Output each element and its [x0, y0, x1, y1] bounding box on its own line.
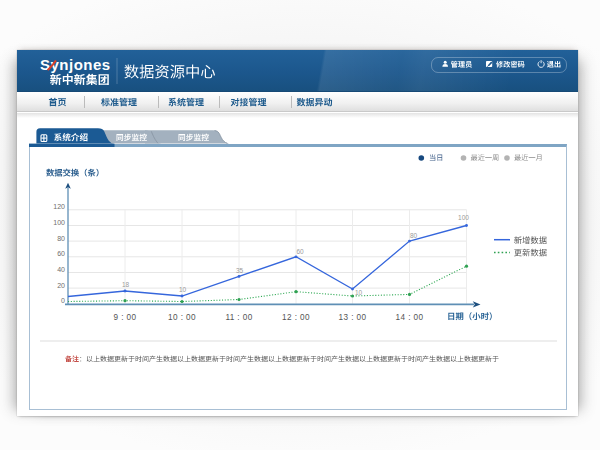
svg-text:11 : 00: 11 : 00	[225, 313, 252, 322]
svg-text:20: 20	[57, 282, 65, 289]
svg-text:60: 60	[57, 250, 65, 257]
svg-text:40: 40	[57, 266, 65, 273]
svg-text:35: 35	[236, 267, 244, 274]
svg-text:10: 10	[355, 289, 363, 296]
svg-text:100: 100	[53, 219, 65, 226]
svg-text:0: 0	[61, 297, 65, 304]
svg-text:13 : 00: 13 : 00	[339, 313, 367, 322]
svg-text:10: 10	[179, 286, 187, 293]
svg-text:60: 60	[296, 248, 304, 255]
svg-text:9 : 00: 9 : 00	[114, 313, 137, 322]
svg-text:120: 120	[53, 203, 65, 210]
svg-text:14 : 00: 14 : 00	[396, 313, 424, 322]
svg-text:12 : 00: 12 : 00	[282, 313, 310, 322]
svg-text:80: 80	[57, 235, 65, 242]
svg-text:80: 80	[410, 232, 418, 239]
svg-text:18: 18	[122, 281, 130, 288]
svg-text:100: 100	[458, 214, 469, 221]
svg-text:10 : 00: 10 : 00	[168, 313, 196, 322]
